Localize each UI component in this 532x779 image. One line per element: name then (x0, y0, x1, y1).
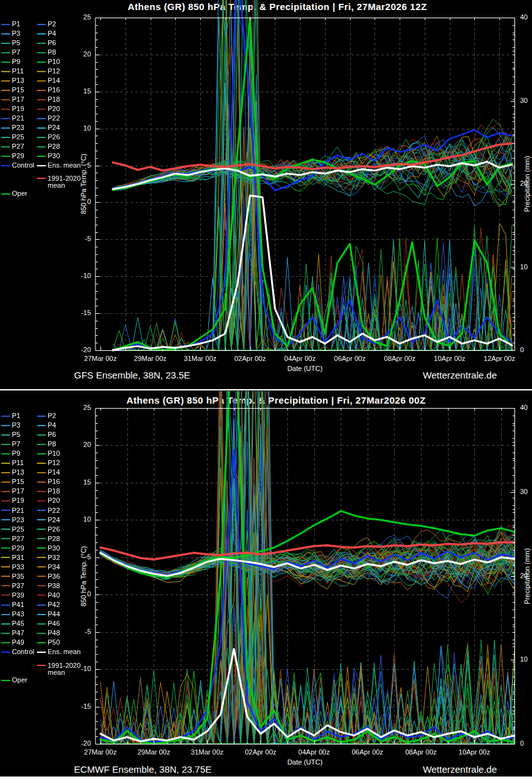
legend-label: P1 (12, 21, 20, 28)
legend-swatch (37, 614, 46, 615)
legend-label: P11 (12, 68, 24, 75)
legend-label: P12 (48, 68, 60, 75)
legend-label: P16 (48, 478, 60, 485)
legend-label: P13 (12, 469, 24, 476)
legend-swatch (1, 604, 10, 606)
legend-item: P24 (37, 515, 60, 525)
legend-label: P26 (48, 134, 60, 141)
legend-label: P4 (48, 30, 56, 37)
legend-item: P3 (1, 421, 20, 430)
legend-swatch (37, 52, 46, 53)
legend-label: P5 (12, 40, 20, 46)
legend-swatch (37, 416, 46, 417)
legend-label: Oper (12, 677, 27, 684)
legend-label: 1991-2020 mean (48, 175, 88, 189)
legend-label: P13 (12, 77, 24, 84)
legend-label: P24 (48, 517, 60, 524)
legend-item: P6 (37, 430, 56, 439)
legend-item: P13 (1, 468, 24, 477)
legend-swatch (1, 80, 10, 82)
legend-label: Control (12, 162, 34, 169)
legend-swatch (37, 80, 46, 82)
legend-item: P30 (37, 544, 60, 553)
legend-swatch (37, 71, 46, 72)
legend-item: P28 (37, 142, 60, 151)
legend-swatch (37, 118, 46, 119)
legend-item: Control (1, 647, 34, 657)
legend-label: P37 (12, 583, 24, 589)
legend-label: P10 (48, 450, 60, 457)
legend-item: P31 (1, 553, 24, 562)
legend-label: P38 (48, 583, 60, 589)
legend-item: P33 (1, 562, 24, 572)
legend-swatch (37, 594, 46, 596)
legend-item: P43 (1, 610, 24, 619)
legend-label: P22 (48, 115, 60, 122)
legend-swatch (1, 614, 10, 615)
legend-label: Control (12, 648, 34, 655)
legend-swatch (1, 510, 10, 511)
legend-label: P21 (12, 507, 24, 514)
legend-swatch (37, 529, 46, 530)
legend-item: P4 (37, 421, 56, 430)
legend-swatch (37, 652, 46, 653)
legend-label: P44 (48, 611, 60, 618)
legend-item: P4 (37, 29, 56, 38)
legend-swatch (1, 453, 10, 454)
legend-item: P29 (1, 151, 24, 161)
legend-label: P19 (12, 497, 24, 504)
legend-item: P25 (1, 525, 24, 534)
legend-label: P49 (12, 639, 24, 646)
legend-item: P14 (37, 76, 60, 85)
legend-swatch (1, 585, 10, 586)
legend-swatch (37, 425, 46, 426)
legend-label: P10 (48, 58, 60, 65)
legend-item: Oper (1, 675, 27, 685)
legend-item: P10 (37, 57, 60, 67)
legend-label: P25 (12, 526, 24, 533)
legend-label: P11 (12, 459, 24, 466)
legend-label: P30 (48, 153, 60, 159)
legend-item: P48 (37, 628, 60, 638)
legend-item: P11 (1, 458, 24, 468)
legend-swatch (37, 547, 46, 549)
legend-swatch (37, 146, 46, 148)
legend-swatch (1, 652, 10, 653)
legend-label: P50 (48, 639, 60, 646)
legend-item: P23 (1, 515, 24, 525)
legend-swatch (1, 416, 10, 417)
legend-swatch (37, 90, 46, 91)
legend-item: P19 (1, 496, 24, 505)
legend-label: Oper (12, 190, 27, 197)
legend-label: P8 (48, 441, 56, 448)
legend-swatch (1, 165, 10, 166)
legend-label: P15 (12, 87, 24, 94)
legend-item: P28 (37, 534, 60, 544)
legend-item: P2 (37, 19, 56, 29)
legend-swatch (37, 519, 46, 520)
legend-item: P7 (1, 439, 20, 449)
legend-label: P17 (12, 96, 24, 103)
legend-item: P22 (37, 114, 60, 123)
legend-swatch (1, 538, 10, 539)
legend-item: P46 (37, 619, 60, 628)
legend-item: P5 (1, 38, 20, 48)
legend-swatch (37, 557, 46, 558)
legend-label: 1991-2020 mean (48, 662, 88, 676)
legend-item: P36 (37, 572, 60, 581)
legend-swatch (37, 633, 46, 634)
legend-swatch (37, 585, 46, 586)
legend-swatch (37, 491, 46, 492)
legend-label: P20 (48, 105, 60, 112)
legend-label: P40 (48, 592, 60, 599)
legend-item: P32 (37, 553, 60, 562)
legend-label: P27 (12, 535, 24, 542)
legend-item: P19 (1, 104, 24, 114)
legend-swatch (1, 434, 10, 436)
legend-item: P1 (1, 411, 20, 421)
legend-label: P16 (48, 87, 60, 94)
legend-swatch (37, 137, 46, 138)
legend-swatch (37, 33, 46, 35)
legend-swatch (1, 642, 10, 643)
legend-item: Control (1, 161, 34, 170)
